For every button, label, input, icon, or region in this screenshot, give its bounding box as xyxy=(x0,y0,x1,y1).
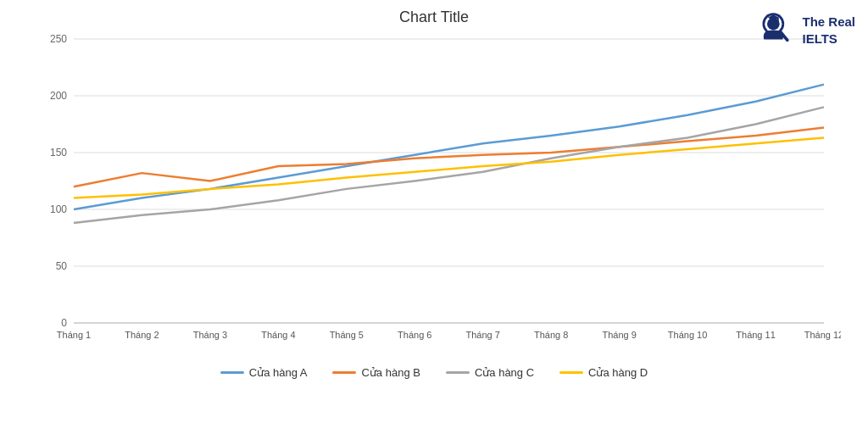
legend-item: Cửa hàng B xyxy=(332,366,420,379)
legend-item: Cửa hàng C xyxy=(446,366,534,379)
svg-text:150: 150 xyxy=(50,147,67,159)
svg-text:50: 50 xyxy=(56,260,68,272)
svg-text:250: 250 xyxy=(50,33,67,45)
chart-container: Chart Title The Real IELTS 0501001502002… xyxy=(0,0,868,434)
legend-label: Cửa hàng C xyxy=(475,366,534,379)
svg-text:Tháng 3: Tháng 3 xyxy=(193,330,227,340)
logo-area: The Real IELTS xyxy=(748,7,855,53)
svg-text:Tháng 7: Tháng 7 xyxy=(466,330,500,340)
legend-item: Cửa hàng A xyxy=(220,366,308,379)
legend-color xyxy=(332,371,356,374)
legend-label: Cửa hàng B xyxy=(361,366,420,379)
logo-text: The Real IELTS xyxy=(802,14,855,47)
svg-text:Tháng 4: Tháng 4 xyxy=(261,330,295,340)
logo-icon xyxy=(748,7,795,53)
svg-text:0: 0 xyxy=(61,317,67,329)
svg-text:100: 100 xyxy=(50,203,67,215)
chart-title: Chart Title xyxy=(0,0,868,31)
legend-item: Cửa hàng D xyxy=(559,366,648,379)
svg-text:Tháng 5: Tháng 5 xyxy=(330,330,364,340)
svg-text:Tháng 10: Tháng 10 xyxy=(668,330,707,340)
svg-text:Tháng 6: Tháng 6 xyxy=(398,330,431,340)
svg-text:Tháng 2: Tháng 2 xyxy=(125,330,159,340)
svg-text:Tháng 1: Tháng 1 xyxy=(57,330,91,340)
legend-color xyxy=(220,371,244,374)
svg-text:Tháng 12: Tháng 12 xyxy=(804,330,841,340)
legend-label: Cửa hàng A xyxy=(249,366,308,379)
line-chart: 050100150200250Tháng 1Tháng 2Tháng 3Thán… xyxy=(27,31,841,361)
svg-text:Tháng 11: Tháng 11 xyxy=(736,330,775,340)
legend-color xyxy=(559,371,583,374)
legend-color xyxy=(446,371,470,374)
svg-text:200: 200 xyxy=(50,90,67,102)
svg-text:Tháng 8: Tháng 8 xyxy=(534,330,568,340)
svg-rect-5 xyxy=(777,18,779,23)
chart-legend: Cửa hàng ACửa hàng BCửa hàng CCửa hàng D xyxy=(0,361,868,379)
legend-label: Cửa hàng D xyxy=(588,366,648,379)
svg-text:Tháng 9: Tháng 9 xyxy=(602,330,636,340)
